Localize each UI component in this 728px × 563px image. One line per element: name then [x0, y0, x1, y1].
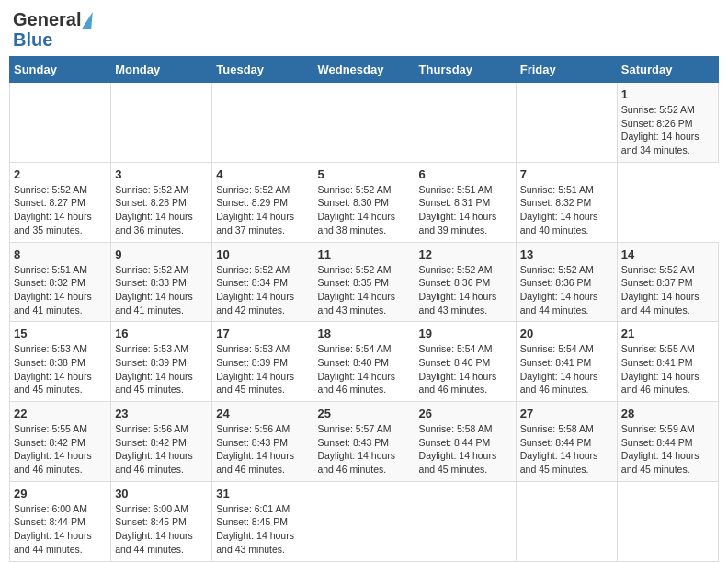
sunset: Sunset: 8:40 PM — [317, 357, 389, 368]
day-info: Sunrise: 5:52 AM Sunset: 8:29 PM Dayligh… — [216, 183, 309, 237]
sunrise: Sunrise: 5:54 AM — [419, 343, 493, 354]
daylight: Daylight: 14 hours and 46 minutes. — [520, 371, 598, 396]
daylight: Daylight: 14 hours and 46 minutes. — [317, 450, 395, 475]
day-info: Sunrise: 5:54 AM Sunset: 8:41 PM Dayligh… — [520, 342, 613, 396]
calendar-cell: 12 Sunrise: 5:52 AM Sunset: 8:36 PM Dayl… — [415, 242, 516, 322]
calendar-cell: 15 Sunrise: 5:53 AM Sunset: 8:38 PM Dayl… — [10, 322, 111, 402]
sunrise: Sunrise: 5:51 AM — [14, 264, 87, 275]
daylight: Daylight: 14 hours and 44 minutes. — [115, 530, 193, 555]
sunrise: Sunrise: 5:52 AM — [621, 104, 695, 115]
day-number: 26 — [419, 407, 512, 420]
day-info: Sunrise: 5:55 AM Sunset: 8:41 PM Dayligh… — [621, 342, 714, 396]
calendar-cell — [415, 481, 516, 561]
sunrise: Sunrise: 5:52 AM — [115, 264, 188, 275]
day-number: 13 — [520, 247, 613, 261]
header-wednesday: Wednesday — [313, 57, 415, 83]
day-number: 15 — [14, 327, 107, 340]
day-number: 27 — [520, 407, 613, 420]
sunrise: Sunrise: 5:52 AM — [317, 184, 391, 195]
daylight: Daylight: 14 hours and 45 minutes. — [115, 371, 193, 396]
sunset: Sunset: 8:42 PM — [115, 437, 187, 448]
daylight: Daylight: 14 hours and 35 minutes. — [14, 211, 92, 236]
sunset: Sunset: 8:41 PM — [520, 357, 592, 368]
daylight: Daylight: 14 hours and 38 minutes. — [317, 211, 395, 236]
sunrise: Sunrise: 5:56 AM — [115, 423, 188, 434]
sunset: Sunset: 8:36 PM — [419, 277, 491, 288]
sunset: Sunset: 8:41 PM — [621, 357, 693, 368]
sunset: Sunset: 8:43 PM — [317, 437, 389, 448]
daylight: Daylight: 14 hours and 40 minutes. — [520, 211, 598, 236]
day-number: 10 — [216, 247, 309, 261]
sunset: Sunset: 8:45 PM — [115, 516, 187, 527]
daylight: Daylight: 14 hours and 44 minutes. — [520, 291, 598, 316]
sunset: Sunset: 8:30 PM — [317, 197, 389, 208]
day-number: 20 — [520, 327, 613, 340]
calendar-cell: 25 Sunrise: 5:57 AM Sunset: 8:43 PM Dayl… — [313, 402, 415, 482]
sunset: Sunset: 8:34 PM — [216, 277, 288, 288]
calendar-week-row: 29 Sunrise: 6:00 AM Sunset: 8:44 PM Dayl… — [10, 481, 719, 561]
day-number: 21 — [621, 327, 714, 340]
sunset: Sunset: 8:37 PM — [621, 277, 693, 288]
calendar-cell: 23 Sunrise: 5:56 AM Sunset: 8:42 PM Dayl… — [111, 402, 212, 482]
daylight: Daylight: 14 hours and 41 minutes. — [115, 291, 193, 316]
daylight: Daylight: 14 hours and 46 minutes. — [216, 450, 294, 475]
day-info: Sunrise: 5:52 AM Sunset: 8:35 PM Dayligh… — [317, 263, 410, 317]
sunset: Sunset: 8:44 PM — [520, 437, 592, 448]
daylight: Daylight: 14 hours and 46 minutes. — [621, 371, 700, 396]
calendar-cell: 4 Sunrise: 5:52 AM Sunset: 8:29 PM Dayli… — [212, 162, 313, 242]
calendar-cell: 24 Sunrise: 5:56 AM Sunset: 8:43 PM Dayl… — [212, 402, 313, 482]
day-info: Sunrise: 6:00 AM Sunset: 8:44 PM Dayligh… — [14, 502, 107, 557]
daylight: Daylight: 14 hours and 34 minutes. — [621, 131, 700, 155]
calendar-cell: 21 Sunrise: 5:55 AM Sunset: 8:41 PM Dayl… — [617, 322, 718, 402]
sunrise: Sunrise: 5:58 AM — [520, 423, 594, 434]
sunrise: Sunrise: 5:52 AM — [419, 264, 493, 275]
calendar-cell: 8 Sunrise: 5:51 AM Sunset: 8:32 PM Dayli… — [10, 242, 111, 322]
sunrise: Sunrise: 5:53 AM — [14, 343, 87, 354]
day-info: Sunrise: 5:52 AM Sunset: 8:33 PM Dayligh… — [115, 263, 208, 317]
calendar-cell: 11 Sunrise: 5:52 AM Sunset: 8:35 PM Dayl… — [313, 242, 415, 322]
calendar-cell: 30 Sunrise: 6:00 AM Sunset: 8:45 PM Dayl… — [111, 481, 212, 561]
sunrise: Sunrise: 5:51 AM — [520, 184, 594, 195]
day-number: 28 — [621, 407, 714, 420]
daylight: Daylight: 14 hours and 44 minutes. — [14, 530, 92, 555]
calendar-cell: 26 Sunrise: 5:58 AM Sunset: 8:44 PM Dayl… — [415, 402, 516, 482]
header-friday: Friday — [516, 57, 617, 83]
calendar-cell: 16 Sunrise: 5:53 AM Sunset: 8:39 PM Dayl… — [111, 322, 212, 402]
day-number: 14 — [621, 247, 714, 261]
sunrise: Sunrise: 5:51 AM — [419, 184, 493, 195]
day-number: 29 — [14, 487, 107, 500]
calendar-cell: 17 Sunrise: 5:53 AM Sunset: 8:39 PM Dayl… — [212, 322, 313, 402]
sunset: Sunset: 8:38 PM — [14, 357, 85, 368]
sunrise: Sunrise: 5:55 AM — [621, 343, 695, 354]
calendar-cell: 29 Sunrise: 6:00 AM Sunset: 8:44 PM Dayl… — [10, 481, 111, 561]
daylight: Daylight: 14 hours and 43 minutes. — [317, 291, 395, 316]
daylight: Daylight: 14 hours and 45 minutes. — [216, 371, 294, 396]
sunset: Sunset: 8:33 PM — [115, 277, 187, 288]
day-info: Sunrise: 5:57 AM Sunset: 8:43 PM Dayligh… — [317, 422, 410, 477]
daylight: Daylight: 14 hours and 45 minutes. — [14, 371, 92, 396]
sunrise: Sunrise: 6:00 AM — [14, 503, 87, 514]
logo: General Blue — [13, 9, 92, 49]
sunset: Sunset: 8:35 PM — [317, 277, 389, 288]
day-number: 4 — [216, 167, 309, 181]
day-info: Sunrise: 5:53 AM Sunset: 8:39 PM Dayligh… — [216, 342, 309, 396]
day-number: 16 — [115, 327, 208, 340]
sunrise: Sunrise: 5:56 AM — [216, 423, 290, 434]
sunrise: Sunrise: 5:52 AM — [115, 184, 188, 195]
sunrise: Sunrise: 5:55 AM — [14, 423, 87, 434]
header-sunday: Sunday — [10, 57, 111, 83]
day-info: Sunrise: 5:52 AM Sunset: 8:26 PM Dayligh… — [621, 103, 714, 157]
header-tuesday: Tuesday — [212, 57, 313, 83]
day-info: Sunrise: 5:52 AM Sunset: 8:27 PM Dayligh… — [14, 183, 107, 237]
calendar-cell — [516, 83, 617, 163]
calendar-cell: 27 Sunrise: 5:58 AM Sunset: 8:44 PM Dayl… — [516, 402, 617, 482]
day-number: 11 — [317, 247, 410, 261]
logo-blue: Blue — [13, 30, 52, 49]
calendar-week-row: 15 Sunrise: 5:53 AM Sunset: 8:38 PM Dayl… — [10, 322, 719, 402]
day-number: 30 — [115, 487, 208, 500]
calendar-cell — [617, 481, 718, 561]
day-number: 25 — [317, 407, 410, 420]
sunrise: Sunrise: 5:54 AM — [317, 343, 391, 354]
calendar-cell: 14 Sunrise: 5:52 AM Sunset: 8:37 PM Dayl… — [617, 242, 718, 322]
sunset: Sunset: 8:44 PM — [419, 437, 491, 448]
